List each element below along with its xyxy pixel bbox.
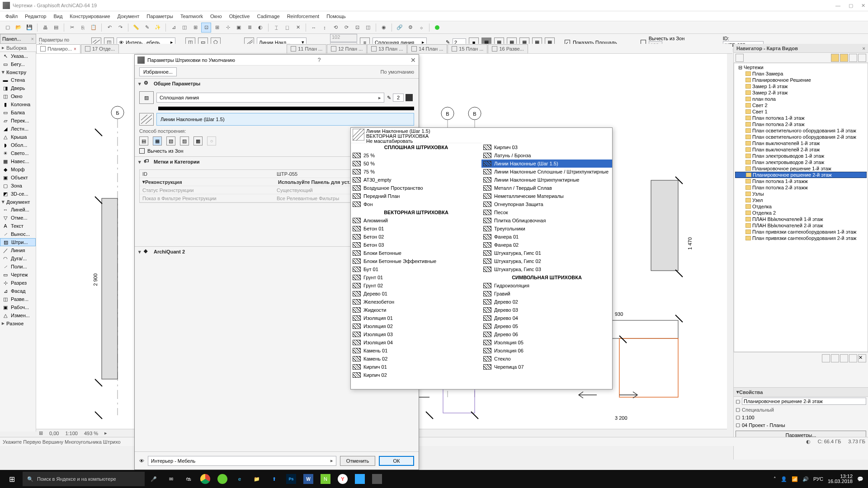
doc-tab-3[interactable]: 11 План ...	[287, 44, 326, 53]
menu-options[interactable]: Параметры	[144, 13, 176, 20]
tree-item[interactable]: План электровыводов 2-й этаж	[735, 159, 867, 165]
snap1-icon[interactable]: ⊿	[169, 23, 179, 33]
view-btn-a[interactable]: ⊞	[39, 430, 43, 436]
tree-item[interactable]: ПЛАН ВЫключателей 1-й этаж	[735, 216, 867, 222]
hatch-item[interactable]: Блоки Бетонные	[351, 249, 481, 257]
tree-item[interactable]: Отделка 2	[735, 210, 867, 216]
hatch-item[interactable]: Алюминий	[351, 216, 481, 225]
worksheet-tool[interactable]: ▣Рабоч...	[0, 303, 36, 311]
method-4[interactable]: ▨	[180, 136, 189, 145]
close-icon[interactable]: ×	[31, 36, 34, 42]
method-5[interactable]: ▩	[193, 136, 203, 145]
hatch-item[interactable]: Штукатурка, Гипс 02	[481, 257, 612, 265]
hatch-item[interactable]: Линии Наклонные Сплошные / Штрихпунктирн…	[481, 168, 612, 176]
tray-notifications-icon[interactable]: 💬	[857, 476, 863, 482]
doc-tab-4[interactable]: 12 План ...	[327, 44, 367, 53]
scale-display[interactable]: 1:100	[65, 431, 78, 436]
snap2-icon[interactable]: ◫	[179, 23, 189, 33]
shell-tool[interactable]: ◗Обол...	[0, 141, 36, 149]
hatch-item[interactable]: Изоляция 01	[351, 314, 481, 322]
nav-bot-2[interactable]	[831, 354, 839, 362]
hatch-pattern-dropdown[interactable]: Линии Наклонные (Шаг 1.5)	[156, 113, 414, 126]
label-tool[interactable]: ⟋Вынос...	[0, 230, 36, 238]
undo-icon[interactable]: ↶	[104, 23, 114, 33]
tree-item[interactable]: План выключателей 2-й этаж	[735, 146, 867, 153]
menu-help[interactable]: Помощь	[324, 13, 349, 20]
hatch-item[interactable]: Жидкости	[351, 306, 481, 314]
hatch-item[interactable]: Гидроизоляция	[481, 282, 612, 290]
dim-c-icon[interactable]: ⟲	[330, 23, 340, 33]
hatch-item[interactable]: 75 %	[351, 168, 481, 176]
hatch-item[interactable]: Грунт 02	[351, 282, 481, 290]
tree-item[interactable]: Планировочное решение 1-й этаж	[735, 165, 867, 172]
hatch-item[interactable]: Штукатурка, Гипс 01	[481, 249, 612, 257]
roof-tool[interactable]: △Крыша	[0, 133, 36, 141]
hatch-item[interactable]: Кирпич 02	[351, 371, 481, 379]
print-icon[interactable]: 🖶	[40, 23, 50, 33]
save-icon[interactable]: 💾	[24, 23, 34, 33]
section-general[interactable]: ▾⚙Общие Параметры	[135, 79, 419, 89]
polyline-tool[interactable]: ⟋Поли...	[0, 263, 36, 271]
dialog-layer-dropdown[interactable]: Интерьер - Мебель▸	[148, 456, 336, 466]
hatch-item[interactable]: AT30_empty	[351, 176, 481, 184]
cancel-button[interactable]: Отменить	[340, 456, 375, 466]
method-3[interactable]: ▧	[166, 136, 175, 145]
doc-tab-1[interactable]: 17 Отде...	[81, 44, 119, 53]
nav-bot-5[interactable]: ✕	[858, 354, 866, 362]
view-a-icon[interactable]: ◉	[379, 23, 389, 33]
tree-item[interactable]: План потолка 1-й этаж	[735, 115, 867, 121]
doc-tab-7[interactable]: 15 План ...	[448, 44, 487, 53]
method-2[interactable]: ▦	[153, 136, 162, 145]
hatch-item[interactable]: 50 %	[351, 160, 481, 168]
hatch-item[interactable]: Бетон 01	[351, 225, 481, 233]
tray-chevron-icon[interactable]: ˄	[774, 476, 776, 482]
tree-item[interactable]: План электровыводов 1-й этаж	[735, 153, 867, 159]
hatch-item[interactable]: Дерево 06	[481, 330, 612, 338]
doc-tab-8[interactable]: 16 Разве...	[488, 44, 528, 53]
nav-mode-3[interactable]	[840, 54, 848, 62]
drawing-tool[interactable]: ▭Чертеж	[0, 271, 36, 279]
trace-icon[interactable]: ◐	[255, 23, 265, 33]
snap4-icon[interactable]: ⊡	[201, 23, 211, 33]
hatch-item[interactable]: 25 %	[351, 151, 481, 160]
paste-icon[interactable]: 📋	[89, 23, 99, 33]
tree-item[interactable]: Узел	[735, 197, 867, 203]
store-icon[interactable]: 🛍	[180, 472, 196, 486]
props-name-input[interactable]	[742, 398, 866, 405]
tree-item[interactable]: Узлы	[735, 191, 867, 197]
dim-e-icon[interactable]: ⊡	[352, 23, 362, 33]
layers-icon[interactable]: ≣	[245, 23, 255, 33]
menu-edit[interactable]: Редактор	[22, 13, 49, 20]
explorer-icon[interactable]: 📁	[249, 472, 265, 486]
hatch-item[interactable]: Передний План	[351, 192, 481, 200]
hatch-item[interactable]: Кирпич 03	[481, 143, 612, 151]
menu-view[interactable]: Вид	[51, 13, 65, 20]
taskbar-search[interactable]: 🔍 Поиск в Яндексе и на компьютере	[23, 472, 145, 486]
hatch-item[interactable]: Треугольники	[481, 225, 612, 233]
window-tool[interactable]: ◫Окно	[0, 92, 36, 100]
maximize-button[interactable]: ▢	[849, 3, 853, 9]
menu-file[interactable]: Файл	[3, 13, 20, 20]
close-dialog-icon[interactable]: ✕	[410, 56, 416, 64]
hatch-dropdown-popup[interactable]: Линии Наклонные (Шаг 1.5) ВЕКТОРНАЯ ШТРИ…	[350, 127, 613, 389]
tree-item[interactable]: ⊟Чертежи	[735, 64, 867, 70]
app-acad-icon[interactable]	[352, 472, 368, 486]
hatch-item[interactable]: Изоляция 03	[351, 330, 481, 338]
hatch-item[interactable]: Железобетон	[351, 298, 481, 306]
dim-tool[interactable]: ↔Линей...	[0, 206, 36, 214]
zoom-display[interactable]: 493 %	[84, 431, 98, 436]
redo-icon[interactable]: ↷	[115, 23, 125, 33]
help-icon[interactable]: ?	[318, 57, 321, 63]
light-tool[interactable]: ☀Свето...	[0, 149, 36, 157]
tray-people-icon[interactable]: 👤	[781, 476, 787, 482]
minimize-button[interactable]: —	[835, 3, 840, 9]
hatch-item[interactable]: Дерево 02	[481, 298, 612, 306]
pen-dialog-input[interactable]	[393, 94, 404, 102]
start-button[interactable]: ⊞	[2, 472, 22, 486]
tree-item[interactable]: План потолка 2-й этаж	[735, 121, 867, 127]
nav-mode-4[interactable]	[849, 54, 857, 62]
hatch-item[interactable]: Фанера 02	[481, 241, 612, 249]
fill-tool[interactable]: ▨Штри...	[0, 238, 36, 246]
tree-item[interactable]: План осветительного оборудования 2-й эта…	[735, 134, 867, 140]
tree-item[interactable]: Свет 1	[735, 108, 867, 115]
